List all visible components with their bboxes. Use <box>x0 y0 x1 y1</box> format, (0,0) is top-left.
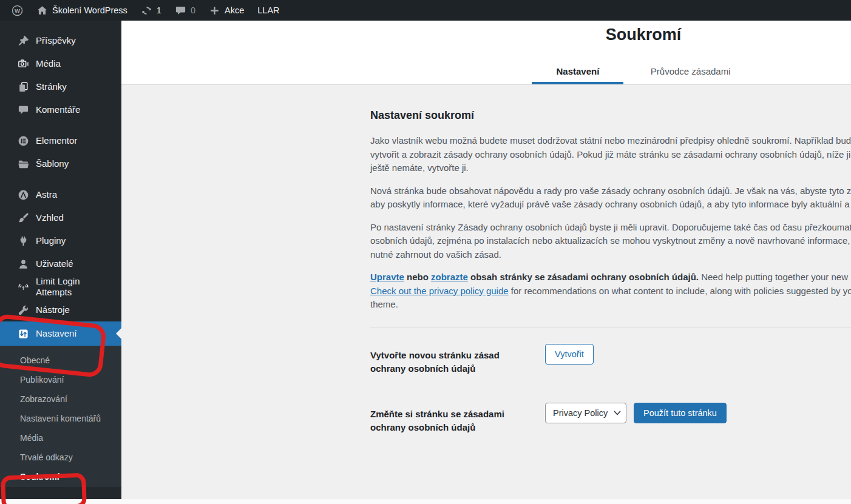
comments-menu[interactable]: 0 <box>168 0 202 21</box>
page-title: Soukromí <box>121 21 851 44</box>
llar-menu[interactable]: LLAR <box>251 0 286 21</box>
sidebar-item-prispevky[interactable]: Příspěvky <box>0 29 121 52</box>
sidebar-item-label: Šablony <box>36 158 69 169</box>
new-content-label: Akce <box>225 5 244 15</box>
paragraph: Nová stránka bude obsahovat nápovědu a r… <box>370 184 851 212</box>
paragraph-text: osobních údajů, zejména po instalacích n… <box>370 235 851 246</box>
pin-icon <box>18 35 30 47</box>
sidebar-item-vzhled[interactable]: Vzhled <box>0 206 121 229</box>
sidebar-item-elementor[interactable]: Elementor <box>0 129 121 152</box>
updates-menu[interactable]: 1 <box>134 0 168 21</box>
svg-text:W: W <box>15 7 20 14</box>
submenu-item-soukromi[interactable]: Soukromí <box>0 467 121 486</box>
privacy-page-select-wrap: Privacy Policy <box>545 403 626 423</box>
wrench-icon <box>18 304 30 316</box>
sidebar-item-nastaveni[interactable]: Nastavení <box>0 321 121 346</box>
sidebar-item-label: Komentáře <box>36 104 80 115</box>
folder-icon <box>18 158 30 170</box>
new-content-menu[interactable]: Akce <box>202 0 251 21</box>
inline-link[interactable]: Upravte <box>370 272 404 282</box>
sidebar-item-media[interactable]: Média <box>0 52 121 75</box>
create-privacy-page-row: Vytvořte novou stránku zásad ochrany oso… <box>370 344 851 376</box>
admin-sidebar: PříspěvkyMédiaStránkyKomentářeElementorŠ… <box>0 21 121 499</box>
elementor-icon <box>18 135 30 147</box>
sidebar-item-label: Stránky <box>36 81 67 92</box>
inline-link[interactable]: zobrazte <box>431 272 468 282</box>
site-name-label: Školení WordPress <box>52 5 127 15</box>
plugin-icon <box>18 235 30 247</box>
home-icon <box>36 5 48 16</box>
privacy-header: Soukromí Nastavení Průvodce zásadami <box>121 21 851 85</box>
paragraph: Jako vlastník webu možná budete muset do… <box>370 134 851 175</box>
submenu-item-publikovani[interactable]: Publikování <box>0 370 121 389</box>
change-privacy-page-label: Změňte si stránku se zásadami ochrany os… <box>370 403 545 435</box>
sidebar-item-nastroje[interactable]: Nástroje <box>0 298 121 321</box>
sidebar-item-label: Astra <box>36 189 57 200</box>
settings-submenu: ObecnéPublikováníZobrazováníNastavení ko… <box>0 346 121 487</box>
pages-icon <box>18 81 30 93</box>
paragraph-text: for recommendations on what content to i… <box>509 286 851 296</box>
wordpress-logo-menu[interactable]: W <box>5 0 30 21</box>
user-icon <box>18 258 30 270</box>
site-name-menu[interactable]: Školení WordPress <box>30 0 134 21</box>
sidebar-item-label: Limit LoginAttempts <box>36 276 80 298</box>
inline-link[interactable]: Check out the privacy policy guide <box>370 286 509 296</box>
paragraph-text: Nová stránka bude obsahovat nápovědu a r… <box>370 186 851 196</box>
wordpress-logo-icon: W <box>12 5 23 16</box>
privacy-page-select[interactable]: Privacy Policy <box>545 403 626 423</box>
sidebar-item-pluginy[interactable]: Pluginy <box>0 229 121 252</box>
astra-icon <box>18 189 30 201</box>
paragraph-text: Need help putting together your new Priv… <box>699 272 851 282</box>
privacy-paragraphs: Jako vlastník webu možná budete muset do… <box>370 134 851 312</box>
change-privacy-page-row: Změňte si stránku se zásadami ochrany os… <box>370 403 851 435</box>
create-privacy-page-label: Vytvořte novou stránku zásad ochrany oso… <box>370 344 545 376</box>
admin-bar: W Školení WordPress 1 0 Akce <box>0 0 851 21</box>
media-icon <box>18 58 30 70</box>
divider <box>370 328 851 328</box>
window-bottom-edge <box>0 499 851 504</box>
sidebar-item-komentare[interactable]: Komentáře <box>0 98 121 121</box>
paragraph-text: ještě nemáte, vytvořte ji. <box>370 163 469 173</box>
privacy-settings-body: Nastavení soukromí Jako vlastník webu mo… <box>121 85 851 504</box>
comments-icon <box>18 104 30 116</box>
submenu-item-obecne[interactable]: Obecné <box>0 351 121 370</box>
paragraph: Po nastavení stránky Zásady ochrany osob… <box>370 221 851 262</box>
update-count: 1 <box>157 5 161 15</box>
sidebar-item-label: Média <box>36 58 61 69</box>
sidebar-item-label: Pluginy <box>36 235 66 246</box>
sidebar-item-label: Uživatelé <box>36 258 73 269</box>
sidebar-item-sablony[interactable]: Šablony <box>0 152 121 175</box>
brush-icon <box>18 212 30 224</box>
comment-bubble-icon <box>175 5 186 16</box>
sidebar-item-label: Nastavení <box>36 328 77 339</box>
settings-icon <box>18 328 30 340</box>
sidebar-item-uzivatele[interactable]: Uživatelé <box>0 252 121 275</box>
sidebar-item-limit-login-attempts[interactable]: Limit LoginAttempts <box>0 275 121 298</box>
use-this-page-button[interactable]: Použít tuto stránku <box>634 403 727 423</box>
tab-nastaveni[interactable]: Nastavení <box>532 58 623 84</box>
sidebar-item-label: Nástroje <box>36 304 70 315</box>
paragraph-text: nutné zahrnout do vašich zásad. <box>370 249 501 260</box>
sidebar-menu: PříspěvkyMédiaStránkyKomentářeElementorŠ… <box>0 21 121 346</box>
paragraph-text: obsah stránky se zásadami ochrany osobní… <box>468 272 699 282</box>
sidebar-item-stranky[interactable]: Stránky <box>0 75 121 98</box>
paragraph-text: nebo <box>404 272 431 282</box>
plus-icon <box>209 5 220 16</box>
paragraph-text: Jako vlastník webu možná budete muset do… <box>370 135 851 146</box>
submenu-item-media[interactable]: Média <box>0 428 121 448</box>
submenu-item-nastaveni-komentaru[interactable]: Nastavení komentářů <box>0 409 121 428</box>
paragraph: Upravte nebo zobrazte obsah stránky se z… <box>370 270 851 312</box>
paragraph-text: aby poskytly informace, které vyžadují p… <box>370 199 851 209</box>
privacy-tabs: Nastavení Průvodce zásadami <box>121 58 851 84</box>
paragraph-text: vytvořit a zobrazit zásady ochrany osobn… <box>370 149 851 160</box>
submenu-item-zobrazovani[interactable]: Zobrazování <box>0 389 121 409</box>
wordpress-admin-screen: W Školení WordPress 1 0 Akce <box>0 0 851 504</box>
tab-pruvodce-zasadami[interactable]: Průvodce zásadami <box>626 58 755 84</box>
section-heading: Nastavení soukromí <box>370 109 851 122</box>
sidebar-item-label: Vzhled <box>36 212 64 223</box>
sidebar-item-astra[interactable]: Astra <box>0 183 121 206</box>
submenu-item-trvale-odkazy[interactable]: Trvalé odkazy <box>0 448 121 467</box>
comment-count: 0 <box>191 5 195 15</box>
sidebar-item-label: Elementor <box>36 135 77 146</box>
create-button[interactable]: Vytvořit <box>545 344 594 365</box>
